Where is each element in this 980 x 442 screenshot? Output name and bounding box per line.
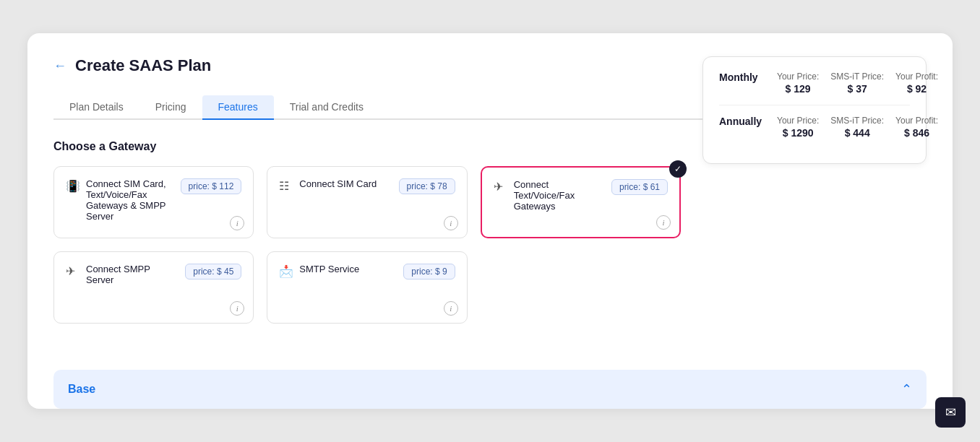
info-icon[interactable]: i <box>230 301 244 316</box>
page-title: Create SAAS Plan <box>75 56 211 75</box>
annually-smsit-label: SMS-iT Price: <box>830 116 884 126</box>
gateway-card-sim-text-voice[interactable]: 📳 Connect SIM Card, Text/Voice/Fax Gatew… <box>53 166 254 238</box>
monthly-your-price-value: $ 129 <box>786 83 811 95</box>
info-icon[interactable]: i <box>444 216 458 230</box>
tab-features[interactable]: Features <box>202 95 274 120</box>
gateway-grid: 📳 Connect SIM Card, Text/Voice/Fax Gatew… <box>53 166 681 324</box>
price-badge: price: $ 45 <box>185 264 241 280</box>
selected-check-icon: ✓ <box>669 160 687 178</box>
gateway-card-text-voice-fax[interactable]: ✈ Connect Text/Voice/Fax Gateways price:… <box>481 166 681 238</box>
annually-cols: Your Price: $ 1290 SMS-iT Price: $ 444 Y… <box>777 116 938 139</box>
info-icon[interactable]: i <box>230 216 244 230</box>
monthly-label: Monthly <box>719 72 770 83</box>
info-icon[interactable]: i <box>656 215 671 230</box>
tab-pricing[interactable]: Pricing <box>139 95 202 120</box>
pricing-panel: Monthly Your Price: $ 129 SMS-iT Price: … <box>702 56 927 164</box>
gateway-name: ✈ Connect SMPP Server <box>66 264 179 285</box>
monthly-your-price-label: Your Price: <box>777 72 819 82</box>
annually-smsit-col: SMS-iT Price: $ 444 <box>830 116 884 139</box>
gateway-name: 📳 Connect SIM Card, Text/Voice/Fax Gatew… <box>66 178 175 222</box>
monthly-smsit-value: $ 37 <box>848 83 867 95</box>
monthly-profit-value: $ 92 <box>907 83 927 95</box>
gateway-name: 📩 SMTP Service <box>279 264 397 279</box>
gateway-name: ✈ Connect Text/Voice/Fax Gateways <box>494 179 606 212</box>
annually-profit-value: $ 846 <box>904 127 929 139</box>
annually-label: Annually <box>719 116 770 127</box>
card-top: ✈ Connect Text/Voice/Fax Gateways price:… <box>494 179 668 212</box>
annually-smsit-value: $ 444 <box>845 127 870 139</box>
price-badge: price: $ 9 <box>403 264 455 280</box>
smpp-icon: ✈ <box>66 264 80 279</box>
card-top: ✈ Connect SMPP Server price: $ 45 <box>66 264 241 285</box>
gateway-card-smtp[interactable]: 📩 SMTP Service price: $ 9 i <box>267 251 467 324</box>
gateway-name: ☷ Connect SIM Card <box>279 178 392 194</box>
card-top: 📳 Connect SIM Card, Text/Voice/Fax Gatew… <box>66 178 241 222</box>
card-top: 📩 SMTP Service price: $ 9 <box>279 264 455 280</box>
tab-trial-credits[interactable]: Trial and Credits <box>274 95 379 120</box>
info-icon[interactable]: i <box>444 301 458 316</box>
monthly-cols: Your Price: $ 129 SMS-iT Price: $ 37 You… <box>777 72 938 95</box>
annually-your-price-col: Your Price: $ 1290 <box>777 116 819 139</box>
monthly-profit-label: Your Profit: <box>895 72 938 82</box>
price-badge: price: $ 61 <box>611 179 668 195</box>
annually-your-price-label: Your Price: <box>777 116 819 126</box>
annually-profit-col: Your Profit: $ 846 <box>895 116 938 139</box>
gateway-card-smpp[interactable]: ✈ Connect SMPP Server price: $ 45 i <box>53 251 254 324</box>
mail-fab-button[interactable]: ✉ <box>935 397 966 428</box>
back-arrow-icon: ← <box>53 58 66 74</box>
price-badge: price: $ 78 <box>399 178 455 194</box>
back-button[interactable]: ← <box>53 58 66 74</box>
gateway-card-sim-card[interactable]: ☷ Connect SIM Card price: $ 78 i <box>267 166 467 238</box>
monthly-your-price-col: Your Price: $ 129 <box>777 72 819 95</box>
card-top: ☷ Connect SIM Card price: $ 78 <box>279 178 455 194</box>
smtp-icon: 📩 <box>279 264 293 279</box>
monthly-profit-col: Your Profit: $ 92 <box>895 72 938 95</box>
annually-your-price-value: $ 1290 <box>783 127 814 139</box>
sim-card-icon: 📳 <box>66 179 80 194</box>
price-badge: price: $ 112 <box>181 178 242 194</box>
annually-row: Annually Your Price: $ 1290 SMS-iT Price… <box>719 116 910 139</box>
monthly-smsit-label: SMS-iT Price: <box>830 72 884 82</box>
base-label: Base <box>68 383 95 396</box>
monthly-smsit-col: SMS-iT Price: $ 37 <box>830 72 884 95</box>
content-area: 📳 Connect SIM Card, Text/Voice/Fax Gatew… <box>53 166 927 324</box>
mail-icon: ✉ <box>945 404 956 420</box>
tab-plan-details[interactable]: Plan Details <box>53 95 139 120</box>
monthly-row: Monthly Your Price: $ 129 SMS-iT Price: … <box>719 72 910 95</box>
annually-profit-label: Your Profit: <box>895 116 938 126</box>
sim-icon: ☷ <box>279 179 293 194</box>
base-section[interactable]: Base ⌃ <box>53 370 927 409</box>
gateway-icon: ✈ <box>494 180 508 194</box>
chevron-up-icon: ⌃ <box>901 381 912 397</box>
main-card: ← Create SAAS Plan Plan Details Pricing … <box>27 33 953 409</box>
